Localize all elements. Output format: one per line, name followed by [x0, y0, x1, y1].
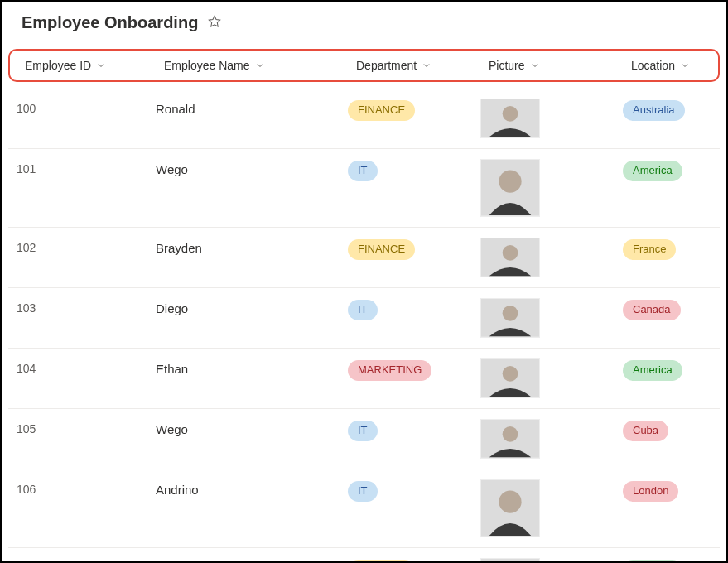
cell-employee-id: 104 — [17, 358, 156, 375]
svg-point-2 — [503, 106, 518, 122]
table-row[interactable]: 100 Ronald FINANCE Australia — [8, 89, 720, 149]
avatar — [480, 419, 540, 459]
svg-point-6 — [503, 245, 518, 261]
cell-employee-name: Andrino — [156, 479, 348, 497]
page-header: Employee Onboarding — [2, 2, 726, 49]
cell-employee-name: Ronald — [156, 99, 348, 116]
department-badge: IT — [348, 481, 378, 502]
cell-picture — [480, 558, 623, 563]
cell-employee-id: 106 — [17, 479, 156, 496]
location-badge: Canada — [623, 300, 681, 320]
table-row[interactable]: 103 Diego IT Canada — [8, 288, 720, 349]
favorite-star-icon[interactable] — [208, 15, 221, 31]
cell-employee-name: Brayden — [156, 238, 348, 255]
cell-picture — [480, 159, 623, 217]
cell-department: MARKETING — [348, 358, 480, 381]
svg-point-8 — [503, 306, 518, 321]
column-header-department[interactable]: Department — [356, 59, 489, 72]
cell-location: America — [623, 159, 720, 181]
chevron-down-icon — [422, 60, 431, 70]
cell-location: France — [623, 238, 720, 260]
column-header-label: Employee Name — [164, 59, 250, 72]
svg-point-4 — [499, 171, 521, 193]
table-row[interactable]: 106 Andrino IT London — [8, 469, 720, 548]
cell-employee-id: 103 — [17, 298, 156, 315]
svg-point-14 — [499, 491, 521, 513]
location-badge: Cuba — [623, 421, 668, 441]
cell-employee-id: 100 — [17, 99, 156, 115]
cell-department: IT — [348, 298, 480, 320]
avatar — [480, 479, 540, 537]
department-badge: IT — [348, 161, 378, 181]
cell-employee-name: Wego — [156, 419, 348, 436]
svg-rect-15 — [481, 558, 539, 563]
table-row[interactable]: 101 Wego IT America — [8, 149, 720, 228]
cell-picture — [480, 238, 623, 277]
cell-employee-id: 105 — [17, 419, 156, 435]
svg-point-12 — [503, 426, 518, 442]
avatar — [480, 238, 540, 277]
cell-location: Cuba — [623, 419, 720, 441]
department-badge: FINANCE — [348, 239, 415, 260]
column-header-label: Location — [631, 59, 675, 72]
cell-department: IT — [348, 159, 480, 181]
column-header-employee-id[interactable]: Employee ID — [25, 59, 164, 72]
cell-location: Australia — [623, 99, 720, 121]
cell-employee-name: Emhan — [156, 558, 348, 563]
column-header-label: Department — [356, 59, 417, 72]
avatar — [480, 298, 540, 338]
cell-department: FINANCE — [348, 558, 480, 563]
cell-location: London — [623, 479, 720, 502]
avatar — [480, 358, 540, 398]
location-badge: France — [623, 239, 676, 260]
cell-picture — [480, 419, 623, 459]
cell-picture — [480, 479, 623, 537]
column-header-label: Picture — [489, 59, 525, 72]
cell-picture — [480, 298, 623, 338]
chevron-down-icon — [96, 60, 106, 70]
cell-department: FINANCE — [348, 238, 480, 260]
location-badge: America — [623, 161, 682, 181]
location-badge: Australia — [623, 100, 685, 121]
cell-picture — [480, 99, 623, 138]
location-badge: London — [623, 481, 678, 502]
svg-marker-0 — [210, 16, 220, 26]
cell-employee-name: Diego — [156, 298, 348, 315]
cell-location: America — [623, 558, 720, 563]
cell-location: Canada — [623, 298, 720, 320]
department-badge: IT — [348, 300, 378, 320]
department-badge: FINANCE — [348, 560, 415, 563]
cell-picture — [480, 358, 623, 398]
svg-point-10 — [503, 366, 518, 382]
avatar — [480, 558, 540, 563]
table-row[interactable]: 105 Wego IT Cuba — [8, 409, 720, 469]
table-row[interactable]: 102 Brayden FINANCE France — [8, 228, 720, 288]
column-header-employee-name[interactable]: Employee Name — [164, 59, 356, 72]
chevron-down-icon — [680, 60, 690, 70]
chevron-down-icon — [530, 60, 540, 70]
column-header-location[interactable]: Location — [631, 59, 711, 72]
table-body: 100 Ronald FINANCE Australia 101 Wego IT… — [2, 89, 726, 563]
avatar — [480, 99, 540, 138]
cell-employee-id: 102 — [17, 238, 156, 254]
location-badge: America — [623, 560, 682, 563]
cell-employee-name: Ethan — [156, 358, 348, 376]
department-badge: MARKETING — [348, 360, 431, 381]
location-badge: America — [623, 360, 682, 381]
table-header-row: Employee ID Employee Name Department Pic… — [8, 49, 720, 82]
cell-department: FINANCE — [348, 99, 480, 121]
page-title: Employee Onboarding — [22, 13, 198, 32]
table-row[interactable]: 104 Ethan MARKETING America — [8, 349, 720, 409]
table-row[interactable]: 107 Emhan FINANCE America — [8, 548, 720, 563]
cell-employee-id: 107 — [17, 558, 156, 563]
department-badge: FINANCE — [348, 100, 415, 121]
cell-employee-id: 101 — [17, 159, 156, 176]
cell-employee-name: Wego — [156, 159, 348, 176]
cell-location: America — [623, 358, 720, 381]
avatar — [480, 159, 540, 217]
department-badge: IT — [348, 421, 378, 441]
column-header-picture[interactable]: Picture — [489, 59, 631, 72]
chevron-down-icon — [255, 60, 265, 70]
column-header-label: Employee ID — [25, 59, 91, 72]
cell-department: IT — [348, 419, 480, 441]
